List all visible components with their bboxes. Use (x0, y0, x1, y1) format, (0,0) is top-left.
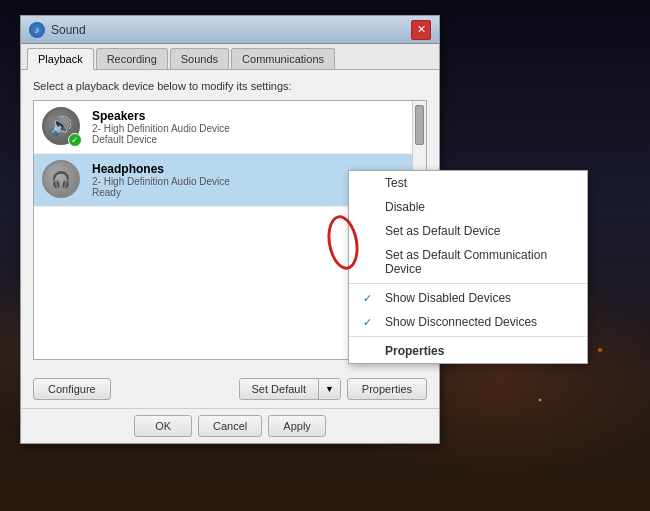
device-item-speakers[interactable]: 🔊 ✓ Speakers 2- High Definition Audio De… (34, 101, 426, 154)
speaker-name: Speakers (92, 109, 418, 123)
speaker-status: Default Device (92, 134, 418, 145)
ctx-show-disconnected-check: ✓ (363, 316, 377, 329)
dialog-title: Sound (51, 23, 86, 37)
context-menu: Test Disable Set as Default Device Set a… (348, 170, 588, 364)
default-badge: ✓ (68, 133, 82, 147)
apply-button[interactable]: Apply (268, 415, 326, 437)
title-left: ♪ Sound (29, 22, 86, 38)
ctx-disable[interactable]: Disable (349, 195, 587, 219)
ctx-separator-1 (349, 283, 587, 284)
headphone-icon: 🎧 (42, 160, 80, 198)
tab-communications[interactable]: Communications (231, 48, 335, 69)
speaker-subname: 2- High Definition Audio Device (92, 123, 418, 134)
ctx-separator-2 (349, 336, 587, 337)
speaker-info: Speakers 2- High Definition Audio Device… (92, 109, 418, 145)
ctx-set-default-comm[interactable]: Set as Default Communication Device (349, 243, 587, 281)
headphone-icon-wrap: 🎧 (42, 160, 82, 200)
set-default-split-button[interactable]: Set Default ▼ (239, 378, 341, 400)
cancel-button[interactable]: Cancel (198, 415, 262, 437)
configure-button[interactable]: Configure (33, 378, 111, 400)
close-button[interactable]: ✕ (411, 20, 431, 40)
ctx-show-disconnected[interactable]: ✓ Show Disconnected Devices (349, 310, 587, 334)
ctx-show-disabled-check: ✓ (363, 292, 377, 305)
ctx-test[interactable]: Test (349, 171, 587, 195)
tab-playback[interactable]: Playback (27, 48, 94, 70)
ctx-show-disabled[interactable]: ✓ Show Disabled Devices (349, 286, 587, 310)
action-buttons: Configure Set Default ▼ Properties (21, 370, 439, 408)
properties-button[interactable]: Properties (347, 378, 427, 400)
tab-sounds[interactable]: Sounds (170, 48, 229, 69)
ctx-set-default-device[interactable]: Set as Default Device (349, 219, 587, 243)
speaker-icon-wrap: 🔊 ✓ (42, 107, 82, 147)
instruction-text: Select a playback device below to modify… (33, 80, 427, 92)
tab-recording[interactable]: Recording (96, 48, 168, 69)
set-default-dropdown[interactable]: ▼ (319, 379, 340, 399)
ctx-properties[interactable]: Properties (349, 339, 587, 363)
set-default-button[interactable]: Set Default (240, 379, 319, 399)
ok-button[interactable]: OK (134, 415, 192, 437)
scrollbar-thumb[interactable] (415, 105, 424, 145)
dialog-titlebar: ♪ Sound ✕ (21, 16, 439, 44)
dialog-footer: OK Cancel Apply (21, 408, 439, 443)
dialog-icon: ♪ (29, 22, 45, 38)
tab-bar: Playback Recording Sounds Communications (21, 44, 439, 70)
